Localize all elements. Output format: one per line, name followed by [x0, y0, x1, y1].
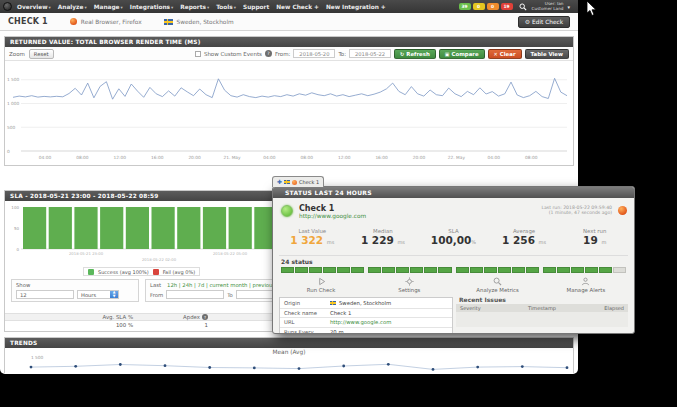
status-segment[interactable] — [410, 267, 423, 273]
status-badge-degraded[interactable]: 0 — [487, 3, 499, 10]
user-menu-caret-icon[interactable]: ▾ — [567, 4, 570, 10]
nav-menu-new-check[interactable]: New Check + — [276, 4, 319, 10]
status-badge-up[interactable]: 39 — [459, 3, 471, 10]
from-date-input[interactable]: 2018-05-20 — [293, 49, 335, 58]
status-segment[interactable] — [323, 267, 336, 273]
nav-menu-overview[interactable]: Overview▾ — [17, 4, 51, 10]
close-icon: ✕ — [494, 51, 498, 57]
table-view-button[interactable]: Table View — [525, 49, 569, 59]
analyze-metrics-button[interactable]: Analyze Metrics — [454, 277, 542, 293]
status-segment[interactable] — [484, 267, 497, 273]
status-segment[interactable] — [295, 267, 308, 273]
svg-text:500: 500 — [7, 125, 15, 130]
status-24-bar[interactable] — [281, 267, 626, 273]
show-value-input[interactable]: 12 — [16, 290, 74, 299]
last-from-input[interactable] — [166, 290, 224, 299]
move-icon[interactable]: ✚ — [277, 179, 282, 185]
status-segment[interactable] — [526, 267, 539, 273]
avg-sla-header: Avg. SLA % — [5, 314, 133, 320]
to-date-input[interactable]: 2018-05-22 — [349, 49, 391, 58]
status-segment[interactable] — [498, 267, 511, 273]
status-segment[interactable] — [543, 267, 556, 273]
settings-button[interactable]: Settings — [365, 277, 453, 293]
trends-line-chart[interactable] — [5, 356, 573, 372]
search-icon[interactable] — [519, 3, 527, 11]
status-segment[interactable] — [351, 267, 364, 273]
status-segment[interactable] — [585, 267, 598, 273]
nav-right-cluster: 39 0 0 19 User: Ian Customer Land ▾ — [459, 0, 570, 13]
nav-menu-reports[interactable]: Reports▾ — [180, 4, 209, 10]
popup-tab[interactable]: ✚ Check 1 — [272, 176, 324, 187]
nav-menu-manage[interactable]: Manage▾ — [94, 4, 123, 10]
check-title: CHECK 1 — [8, 17, 48, 26]
status-segment[interactable] — [557, 267, 570, 273]
nav-menu-tools[interactable]: Tools▾ — [216, 4, 236, 10]
show-unit-select[interactable]: Hours▲▼ — [77, 290, 119, 299]
sweden-flag-icon — [164, 19, 173, 25]
status-segment[interactable] — [309, 267, 322, 273]
popup-title[interactable]: STATUS LAST 24 HOURS — [273, 187, 634, 198]
status-segment[interactable] — [281, 267, 294, 273]
popup-check-url[interactable]: http://www.google.com — [299, 213, 366, 220]
stat-value: 19 m — [559, 234, 630, 248]
status-segment[interactable] — [396, 267, 409, 273]
status-segment[interactable] — [599, 267, 612, 273]
status-segment[interactable] — [438, 267, 451, 273]
screen: Overview▾ Analyze▾ Manage▾ Integrations▾… — [0, 0, 677, 407]
app-logo-icon[interactable] — [3, 2, 12, 11]
status-segment[interactable] — [368, 267, 381, 273]
severity-header: Severity — [460, 305, 515, 311]
help-icon[interactable]: ? — [265, 50, 272, 57]
status-segment[interactable] — [456, 267, 469, 273]
refresh-icon: ↻ — [400, 51, 404, 57]
user-menu[interactable]: User: Ian Customer Land — [532, 2, 564, 11]
show-custom-events-checkbox[interactable] — [195, 51, 201, 57]
edit-check-button[interactable]: ⚙ Edit Check — [518, 16, 570, 28]
reset-zoom-button[interactable]: Reset — [29, 49, 54, 59]
table-row: Origin Sweden, Stockholm — [280, 298, 452, 308]
timestamp-header: Timestamp — [515, 305, 570, 311]
manage-alerts-button[interactable]: Manage Alerts — [542, 277, 630, 293]
popup-tab-label: Check 1 — [299, 179, 319, 185]
status-segment[interactable] — [337, 267, 350, 273]
show-label: Show — [16, 282, 134, 288]
stat-last-value: Last Value 1 322 ms — [277, 228, 348, 248]
status-segment[interactable] — [382, 267, 395, 273]
trends-panel-title: TRENDS — [5, 338, 573, 348]
status-segment[interactable] — [470, 267, 483, 273]
to-label: To: — [338, 51, 346, 57]
status-segment[interactable] — [424, 267, 437, 273]
status-segment[interactable] — [512, 267, 525, 273]
compare-button[interactable]: ▣Compare — [439, 49, 485, 59]
refresh-button[interactable]: ↻Refresh — [394, 49, 436, 59]
nav-menu-integrations[interactable]: Integrations▾ — [130, 4, 174, 10]
stat-value: 1 229 ms — [348, 234, 419, 248]
last-to-label: To — [227, 292, 233, 298]
status-badge-warning[interactable]: 0 — [473, 3, 485, 10]
status-segment[interactable] — [571, 267, 584, 273]
firefox-icon — [292, 180, 297, 185]
svg-text:100: 100 — [11, 205, 19, 210]
stat-median: Median 1 229 ms — [348, 228, 419, 248]
svg-text:04:00: 04:00 — [39, 155, 52, 160]
nav-menu-support[interactable]: Support — [243, 4, 269, 10]
svg-text:04:00: 04:00 — [263, 155, 276, 160]
nav-menu-new-integration[interactable]: New Integration + — [326, 4, 386, 10]
from-label: From: — [275, 51, 290, 57]
run-check-button[interactable]: Run Check — [277, 277, 365, 293]
chevron-down-icon: ▾ — [171, 5, 173, 10]
check-url-link[interactable]: http://www.google.com — [330, 319, 391, 325]
success-legend-icon — [88, 269, 94, 275]
clear-button[interactable]: ✕Clear — [488, 49, 522, 59]
show-box: Show 12 Hours▲▼ — [11, 279, 139, 302]
stat-value: 1 322 ms — [277, 234, 348, 248]
render-time-chart[interactable]: 1 5001 000500004:0008:0012:0016:0020:002… — [5, 61, 573, 165]
gear-icon — [405, 277, 414, 286]
nav-menu-analyze[interactable]: Analyze▾ — [58, 4, 87, 10]
stepper-icon[interactable]: ▲▼ — [110, 291, 118, 298]
svg-text:1 500: 1 500 — [7, 77, 20, 82]
status-badge-down[interactable]: 19 — [501, 3, 513, 10]
svg-text:16:00: 16:00 — [375, 155, 388, 160]
divider — [279, 255, 628, 256]
status-segment[interactable] — [613, 267, 626, 273]
